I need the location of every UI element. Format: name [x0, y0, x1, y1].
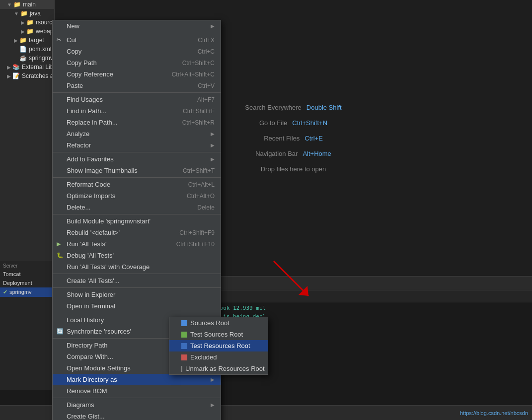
tree-item-target[interactable]: ▶ 📁 target	[0, 36, 54, 45]
tree-item-java[interactable]: ▼ 📁 java	[0, 9, 54, 18]
shortcut-label: Ctrl+Shift+R	[172, 119, 215, 126]
menu-item-add-favorites[interactable]: Add to Favorites ▶	[53, 153, 221, 165]
menu-label: Copy	[67, 48, 81, 55]
lib-icon: 📚	[12, 64, 20, 70]
submenu-item-sources[interactable]: Sources Root	[169, 317, 268, 329]
menu-label: Show Image Thumbnails	[67, 167, 138, 174]
scratch-icon: 📝	[12, 72, 20, 79]
menu-label: Create Gist...	[67, 413, 105, 420]
hint-key: Ctrl+Shift+N	[292, 119, 327, 127]
test-sources-icon	[181, 332, 187, 338]
menu-item-find-in-path[interactable]: Find in Path... Ctrl+Shift+F	[53, 105, 221, 117]
hint-recent: Recent Files Ctrl+E	[264, 135, 323, 142]
menu-item-copy-ref[interactable]: Copy Reference Ctrl+Alt+Shift+C	[53, 69, 221, 80]
menu-label: Diagrams	[67, 401, 94, 409]
deploy-item-deployment[interactable]: Deployment	[0, 279, 54, 287]
menu-item-refactor[interactable]: Refactor ▶	[53, 140, 221, 151]
menu-label: Local History	[67, 316, 104, 324]
menu-label: Remove BOM	[67, 387, 107, 395]
tree-item-pom[interactable]: ▶ 📄 pom.xml	[0, 45, 54, 54]
menu-item-new[interactable]: New ▶	[53, 20, 221, 32]
submenu-item-unmark[interactable]: Unmark as Resources Root	[169, 363, 268, 374]
menu-item-debug-tests[interactable]: 🐛 Debug 'All Tests'	[53, 250, 221, 261]
hint-drop: Drop files here to open	[261, 165, 326, 173]
menu-item-run-coverage[interactable]: Run 'All Tests' with Coverage	[53, 261, 221, 273]
menu-label: Find Usages	[67, 96, 103, 103]
menu-separator	[53, 152, 221, 152]
menu-separator	[53, 398, 221, 398]
tree-item-external-libs[interactable]: ▶ 📚 External Libraries	[0, 63, 54, 71]
excluded-icon	[181, 354, 187, 360]
menu-item-copy[interactable]: Copy Ctrl+C	[53, 46, 221, 57]
deploy-item-tomcat[interactable]: Tomcat	[0, 270, 54, 279]
menu-item-diagrams[interactable]: Diagrams ▶	[53, 399, 221, 411]
menu-label: Cut	[67, 36, 76, 44]
expand-arrow: ▼	[7, 2, 12, 7]
cut-icon: ✂	[57, 37, 61, 43]
submenu-label: Excluded	[190, 353, 217, 361]
hint-key: Ctrl+E	[304, 135, 322, 142]
shortcut-label: Delete	[187, 204, 215, 211]
folder-icon: 📁	[19, 37, 27, 44]
deploy-item-springmv[interactable]: ✔springmv	[0, 287, 54, 297]
submenu-arrow: ▶	[211, 377, 215, 382]
tree-item-main[interactable]: ▼ 📁 main	[0, 0, 54, 9]
menu-label: Run 'All Tests'	[67, 240, 107, 248]
menu-item-open-terminal[interactable]: Open in Terminal	[53, 300, 221, 312]
submenu-label: Sources Root	[190, 319, 229, 327]
menu-item-create-gist[interactable]: Create Gist...	[53, 411, 221, 420]
submenu-item-excluded[interactable]: Excluded	[169, 351, 268, 363]
deploy-panel: Server Tomcat Deployment ✔springmv	[0, 261, 55, 390]
menu-item-replace-in-path[interactable]: Replace in Path... Ctrl+Shift+R	[53, 117, 221, 128]
menu-label: Debug 'All Tests'	[67, 252, 114, 259]
menu-separator	[53, 177, 221, 178]
menu-label: Replace in Path...	[67, 119, 118, 126]
shortcut-label: Ctrl+Alt+O	[177, 193, 215, 200]
menu-item-copy-path[interactable]: Copy Path Ctrl+Shift+C	[53, 57, 221, 69]
menu-label: Create 'All Tests'...	[67, 277, 120, 284]
menu-separator	[53, 92, 221, 93]
shortcut-label: Ctrl+Shift+T	[173, 167, 215, 174]
menu-separator	[53, 33, 221, 33]
menu-item-create-tests[interactable]: Create 'All Tests'...	[53, 275, 221, 286]
java-icon: ☕	[19, 55, 27, 62]
tree-item-springmvnsta[interactable]: ▶ ☕ springmvnsta	[0, 54, 54, 63]
menu-item-build-module[interactable]: Build Module 'springmvnstart'	[53, 215, 221, 227]
menu-item-show-thumbnails[interactable]: Show Image Thumbnails Ctrl+Shift+T	[53, 165, 221, 176]
submenu-item-test-sources[interactable]: Test Sources Root	[169, 329, 268, 340]
tree-label: springmvnsta	[29, 55, 55, 62]
hint-key: Alt+Home	[303, 150, 331, 157]
expand-arrow: ▼	[14, 11, 19, 16]
shortcut-label: Ctrl+Shift+C	[172, 60, 215, 67]
submenu-label: Test Resources Root	[190, 342, 250, 350]
menu-item-paste[interactable]: Paste Ctrl+V	[53, 80, 221, 91]
tree-item-webapi[interactable]: ▶ 📁 webapi	[0, 27, 54, 36]
menu-item-cut[interactable]: ✂ Cut Ctrl+X	[53, 34, 221, 46]
shortcut-label: Ctrl+C	[188, 48, 215, 55]
menu-item-remove-bom[interactable]: Remove BOM	[53, 385, 221, 397]
mark-directory-submenu: Sources Root Test Sources Root Test Reso…	[169, 317, 268, 375]
submenu-item-test-resources[interactable]: Test Resources Root	[169, 340, 268, 351]
test-resources-icon	[181, 343, 187, 349]
tree-item-rsource[interactable]: ▶ 📁 rsource	[0, 18, 54, 27]
menu-item-run-tests[interactable]: ▶ Run 'All Tests' Ctrl+Shift+F10	[53, 238, 221, 250]
menu-label: Rebuild '<default>'	[67, 229, 120, 236]
sync-icon: 🔄	[57, 328, 64, 335]
menu-item-rebuild[interactable]: Rebuild '<default>' Ctrl+Shift+F9	[53, 227, 221, 238]
menu-separator	[53, 287, 221, 288]
menu-label: Optimize Imports	[67, 192, 115, 200]
menu-item-find-usages[interactable]: Find Usages Alt+F7	[53, 94, 221, 105]
tree-item-scratches[interactable]: ▶ 📝 Scratches and Co	[0, 71, 54, 80]
submenu-arrow: ▶	[211, 402, 215, 408]
menu-label: Directory Path	[67, 342, 107, 349]
menu-label: Find in Path...	[67, 107, 106, 115]
menu-item-analyze[interactable]: Analyze ▶	[53, 128, 221, 140]
menu-item-mark-directory[interactable]: Mark Directory as ▶	[53, 374, 221, 385]
hint-label: Drop files here to open	[261, 165, 326, 173]
menu-item-reformat[interactable]: Reformat Code Ctrl+Alt+L	[53, 179, 221, 190]
menu-item-delete[interactable]: Delete... Delete	[53, 202, 221, 213]
submenu-arrow: ▶	[211, 23, 215, 29]
menu-item-optimize-imports[interactable]: Optimize Imports Ctrl+Alt+O	[53, 190, 221, 202]
menu-item-show-explorer[interactable]: Show in Explorer	[53, 289, 221, 300]
hint-label: Go to File	[259, 119, 287, 127]
